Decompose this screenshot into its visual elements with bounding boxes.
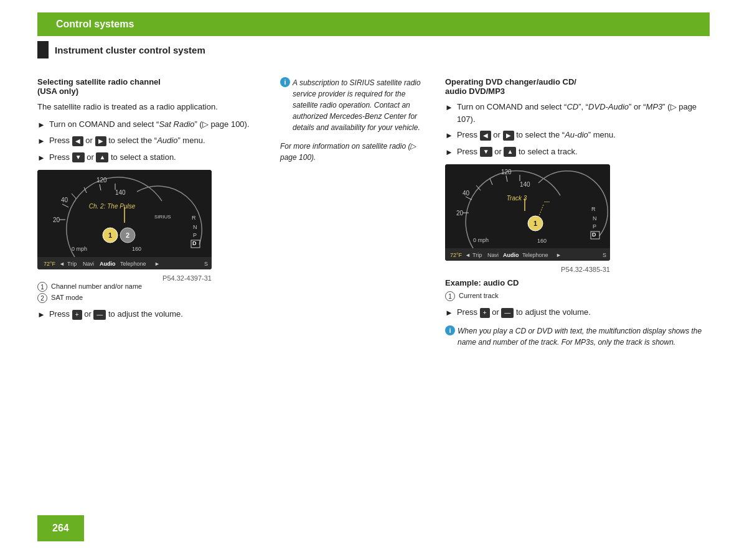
svg-text:0 mph: 0 mph [72, 246, 87, 252]
btn-down-right[interactable]: ▼ [480, 147, 492, 157]
svg-text:SIRIUS: SIRIUS [154, 214, 171, 220]
svg-text:P: P [193, 232, 197, 238]
svg-text:Trip: Trip [472, 252, 482, 258]
svg-text:20: 20 [53, 217, 60, 223]
btn-down-left[interactable]: ▼ [72, 152, 85, 162]
right-bullet-1: ► Turn on COMAND and select “CD”, “DVD-A… [445, 101, 710, 125]
right-caption-current-track: 1 Current track [445, 291, 710, 301]
img-ref-left: P54.32-4397-31 [37, 274, 212, 282]
svg-text:72°F: 72°F [450, 252, 463, 258]
svg-text:D: D [592, 231, 596, 238]
header-title: Control systems [56, 19, 134, 29]
left-caption-1: 1 Channel number and/or name [37, 282, 261, 292]
svg-text:Audio: Audio [100, 261, 116, 267]
left-column: Selecting satellite radio channel(USA on… [37, 77, 280, 348]
svg-text:160: 160 [537, 238, 547, 244]
cluster-svg-right: 20 40 120 140 R N P D Track 3 0 mph 160 [445, 164, 610, 261]
svg-text:120: 120 [96, 177, 107, 184]
left-bullet-last: ► Press + or — to adjust the volume. [37, 308, 261, 321]
right-bullet-3: ► Press ▼ or ▲ to select a track. [445, 146, 710, 159]
svg-text:Telephone: Telephone [120, 261, 146, 267]
subheader-bar [37, 41, 49, 58]
example-title: Example: audio CD [445, 278, 710, 287]
badge-1-left: 1 [37, 282, 47, 292]
svg-text:S: S [204, 261, 208, 267]
caption-2-text: SAT mode [51, 294, 83, 301]
right-column: Operating DVD changer/audio CD/audio DVD… [445, 77, 710, 348]
page-number: 264 [37, 515, 84, 541]
right-bullet-2-text: Press ◀ or ▶ to select the “Au-dio” menu… [457, 129, 710, 141]
right-bullet-last: ► Press + or — to adjust the volume. [445, 306, 710, 319]
svg-text:40: 40 [463, 190, 470, 197]
btn-up-right[interactable]: ▲ [504, 147, 516, 157]
svg-text:Ch. 2: The Pulse: Ch. 2: The Pulse [89, 203, 136, 210]
svg-text:P: P [593, 223, 596, 230]
bullet-arrow-r1: ► [445, 101, 453, 114]
bullet-arrow-2: ► [37, 135, 45, 147]
svg-text:2: 2 [126, 231, 129, 239]
svg-text:Navi: Navi [487, 252, 499, 258]
svg-text:◄: ◄ [465, 252, 471, 258]
svg-text:Audio: Audio [503, 252, 519, 258]
svg-text:Track 3: Track 3 [507, 195, 527, 202]
left-bullet-1: ► Turn on COMAND and select “Sat Radio” … [37, 118, 261, 131]
left-bullet-2-text: Press ◀ or ▶ to select the “Audio” menu. [49, 134, 261, 147]
svg-text:►: ► [154, 261, 160, 267]
btn-plus-right[interactable]: + [480, 308, 490, 318]
right-bullet-2: ► Press ◀ or ▶ to select the “Au-dio” me… [445, 129, 710, 142]
svg-text:120: 120 [501, 169, 512, 175]
bullet-arrow-r2: ► [445, 129, 453, 142]
svg-text:R: R [192, 215, 196, 221]
header-bar: Control systems [37, 12, 710, 36]
svg-text:20: 20 [456, 210, 464, 217]
svg-text:Navi: Navi [83, 261, 94, 267]
left-bullet-2: ► Press ◀ or ▶ to select the “Audio” men… [37, 134, 261, 147]
btn-minus-left[interactable]: — [93, 310, 106, 320]
img-ref-right: P54.32-4385-31 [445, 266, 610, 273]
main-content: Selecting satellite radio channel(USA on… [37, 77, 710, 348]
left-bullet-3: ► Press ▼ or ▲ to select a station. [37, 151, 261, 164]
btn-plus-left[interactable]: + [72, 310, 82, 320]
info-icon-main: i [280, 77, 290, 87]
current-track-text: Current track [459, 292, 499, 299]
cluster-image-right: 20 40 120 140 R N P D Track 3 0 mph 160 [445, 164, 610, 261]
svg-text:160: 160 [132, 246, 141, 252]
svg-text:—: — [544, 198, 550, 205]
right-bullet-1-text: Turn on COMAND and select “CD”, “DVD-Aud… [457, 101, 710, 125]
bullet-arrow-1: ► [37, 119, 45, 131]
svg-text:40: 40 [61, 197, 68, 203]
right-section-title: Operating DVD changer/audio CD/audio DVD… [445, 77, 710, 96]
info-icon-right: i [445, 325, 455, 335]
btn-prev-left[interactable]: ◀ [72, 136, 83, 146]
right-bullet-3-text: Press ▼ or ▲ to select a track. [457, 146, 710, 158]
svg-text:R: R [591, 206, 596, 212]
badge-2-left: 2 [37, 293, 47, 303]
cluster-image-left: 20 40 120 140 R N P D Ch. 2: The Pulse S… [37, 170, 212, 269]
btn-next-left[interactable]: ▶ [95, 136, 106, 146]
subheader-text: Instrument cluster control system [55, 45, 205, 55]
svg-text:N: N [193, 224, 197, 230]
cluster-svg-left: 20 40 120 140 R N P D Ch. 2: The Pulse S… [37, 170, 212, 269]
left-section-title: Selecting satellite radio channel(USA on… [37, 77, 261, 96]
btn-prev-right[interactable]: ◀ [480, 131, 491, 141]
middle-column: i A subscription to SIRIUS satellite rad… [280, 77, 445, 348]
bullet-arrow-last-right: ► [445, 307, 453, 319]
info-box-right: i When you play a CD or DVD with text, t… [445, 325, 710, 348]
left-body-text: The satellite radio is treated as a radi… [37, 101, 261, 113]
left-bullet-3-text: Press ▼ or ▲ to select a station. [49, 151, 261, 164]
svg-text:72°F: 72°F [44, 261, 56, 267]
svg-text:140: 140 [520, 181, 530, 188]
svg-text:140: 140 [115, 189, 126, 196]
svg-text:Telephone: Telephone [522, 252, 548, 258]
bullet-arrow-last-left: ► [37, 309, 45, 321]
right-bullet-last-text: Press + or — to adjust the volume. [457, 306, 710, 319]
btn-minus-right[interactable]: — [501, 308, 514, 318]
svg-text:1: 1 [533, 220, 537, 227]
subheader: Instrument cluster control system [37, 41, 710, 58]
caption-1-text: Channel number and/or name [51, 282, 142, 290]
badge-1-right: 1 [445, 291, 455, 301]
btn-next-right[interactable]: ▶ [503, 131, 514, 141]
svg-text:Trip: Trip [67, 261, 77, 267]
btn-up-left[interactable]: ▲ [96, 152, 108, 162]
info-text-main: A subscription to SIRIUS satellite radio… [293, 77, 426, 133]
